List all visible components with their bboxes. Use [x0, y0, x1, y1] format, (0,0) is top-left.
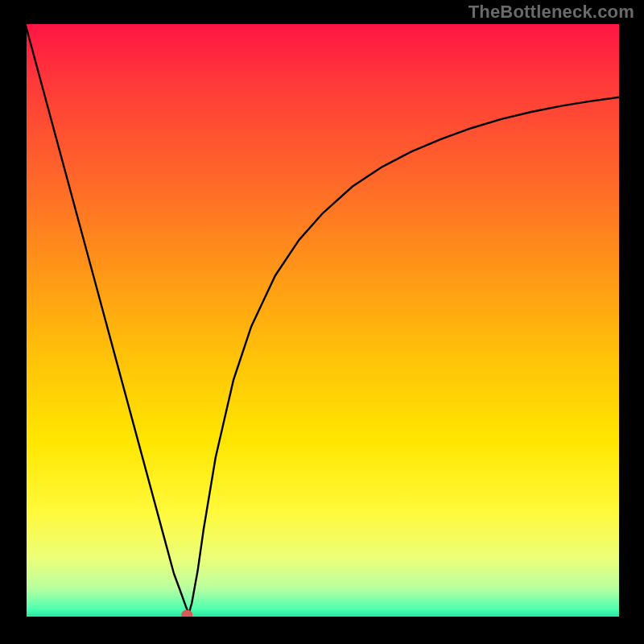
chart-container: TheBottleneck.com	[0, 0, 644, 644]
watermark-label: TheBottleneck.com	[469, 2, 634, 23]
bottleneck-chart	[0, 0, 644, 644]
